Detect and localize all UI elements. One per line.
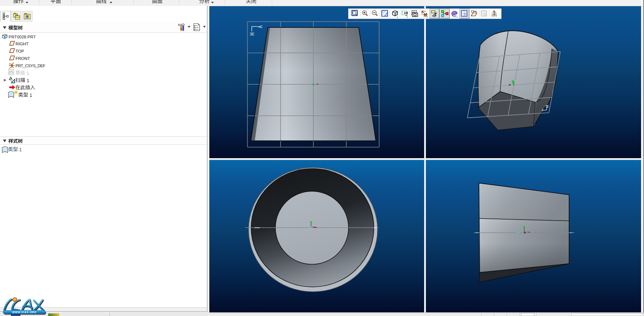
svg-text:WWW.ICAX.ORG: WWW.ICAX.ORG [12, 311, 37, 313]
svg-text:x: x [13, 64, 15, 67]
svg-text:y: y [9, 62, 11, 65]
svg-text:AB: AB [404, 11, 408, 14]
